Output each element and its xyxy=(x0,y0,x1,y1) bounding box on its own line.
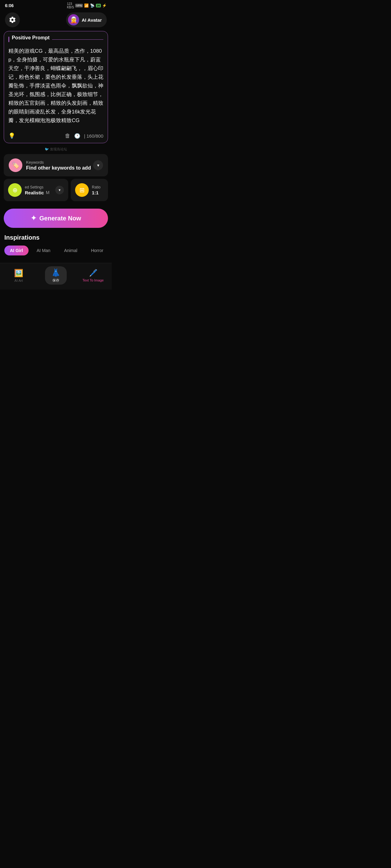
prompt-title-row: Positive Prompt xyxy=(8,35,103,44)
ai-avatar-button[interactable]: 🧝 AI Avatar xyxy=(66,12,107,27)
category-tabs: AI Girl AI Man Animal Horror God xyxy=(4,246,107,257)
ai-art-label: AI Art xyxy=(15,279,23,282)
prompt-title: Positive Prompt xyxy=(12,35,50,41)
ratio-text: Ratio 1:1 xyxy=(92,185,104,195)
clock-icon: 🕐 xyxy=(74,133,80,139)
keywords-value: Find other keywords to add xyxy=(26,165,91,171)
watermark: 🐦 发现岛论坛 xyxy=(0,147,112,152)
status-icons: 123KB/S VPN 📶 📡 26 ⚡ xyxy=(67,2,107,9)
ai-art-icon: 🖼️ xyxy=(14,269,23,277)
ratio-card[interactable]: ⊞ Ratio 1:1 xyxy=(71,179,108,201)
sparkle-icon: ✦ xyxy=(31,214,36,222)
ai-fashion-label: 保存 xyxy=(52,278,59,283)
text-to-image-label: Text To Image xyxy=(83,278,104,282)
inspirations-title: Inspirations xyxy=(4,234,107,241)
keyword-icon: 🏷️ xyxy=(9,158,22,172)
settings-row: ⊕ ed Settings Realistic M ▾ ⊞ Ratio 1:1 xyxy=(4,179,108,201)
positive-prompt-container: Positive Prompt 精美的游戏CG，最高品质，杰作，1080p，全身… xyxy=(4,31,108,143)
wifi-icon: 📡 xyxy=(90,3,95,8)
ratio-value: 1:1 xyxy=(92,190,104,195)
header: 🧝 AI Avatar xyxy=(0,10,112,31)
signal-icon: 📶 xyxy=(84,3,89,8)
text-to-image-icon: 🖊️ xyxy=(89,269,97,277)
bulb-icon[interactable]: 💡 xyxy=(8,132,15,139)
nav-ai-art[interactable]: 🖼️ AI Art xyxy=(8,269,29,282)
keywords-chevron-icon[interactable]: ▾ xyxy=(93,160,103,170)
ai-fashion-icon: 👗 xyxy=(51,268,60,277)
tab-ai-man[interactable]: AI Man xyxy=(31,246,56,255)
nav-ai-fashion[interactable]: 👗 保存 xyxy=(45,266,67,285)
tab-animal[interactable]: Animal xyxy=(58,246,83,255)
nav-text-to-image[interactable]: 🖊️ Text To Image xyxy=(82,269,104,282)
ratio-label: Ratio xyxy=(92,185,104,189)
advanced-settings-chevron-icon[interactable]: ▾ xyxy=(55,186,64,194)
battery-badge: 26 xyxy=(96,4,101,7)
advanced-settings-label: ed Settings xyxy=(25,185,52,189)
settings-circle-icon: ⊕ xyxy=(8,183,22,197)
delete-icon[interactable]: 🗑 xyxy=(65,133,71,139)
prompt-footer: 💡 🗑 🕐 | 160/800 xyxy=(8,130,103,139)
status-bar: 6:06 123KB/S VPN 📶 📡 26 ⚡ xyxy=(0,0,112,10)
generate-now-button[interactable]: ✦ Generate Now xyxy=(4,209,108,228)
keywords-left: 🏷️ Keywords Find other keywords to add xyxy=(9,158,91,172)
avatar: 🧝 xyxy=(68,14,79,25)
settings-button[interactable] xyxy=(5,12,20,27)
keywords-section[interactable]: 🏷️ Keywords Find other keywords to add ▾ xyxy=(4,154,108,176)
prompt-text-content[interactable]: 精美的游戏CG，最高品质，杰作，1080p，全身拍摄，可爱的水瓶座下凡，蔚蓝天空… xyxy=(8,47,103,125)
generate-label: Generate Now xyxy=(39,215,81,222)
advanced-settings-text: ed Settings Realistic M xyxy=(25,185,52,195)
ratio-icon: ⊞ xyxy=(75,183,89,197)
keywords-label: Keywords xyxy=(26,160,91,165)
bottom-navigation: 🖼️ AI Art 👗 保存 🖊️ Text To Image xyxy=(0,263,112,289)
generate-section: ✦ Generate Now xyxy=(4,209,108,228)
keywords-text: Keywords Find other keywords to add xyxy=(26,160,91,171)
gear-icon xyxy=(9,16,16,24)
prompt-char-counter: | 160/800 xyxy=(84,133,103,138)
advanced-settings-subvalue: M xyxy=(46,190,50,195)
prompt-actions: 🗑 🕐 | 160/800 xyxy=(65,133,103,139)
lightning-icon: ⚡ xyxy=(102,3,107,8)
advanced-settings-value: Realistic xyxy=(25,190,44,195)
avatar-label: AI Avatar xyxy=(82,18,102,23)
tab-horror[interactable]: Horror xyxy=(85,246,107,255)
kb-indicator: 123KB/S xyxy=(67,2,74,9)
vpn-badge: VPN xyxy=(75,4,83,7)
status-time: 6:06 xyxy=(5,3,13,8)
advanced-settings-card[interactable]: ⊕ ed Settings Realistic M ▾ xyxy=(4,179,68,201)
inspirations-section: Inspirations AI Girl AI Man Animal Horro… xyxy=(0,234,112,257)
tab-ai-girl[interactable]: AI Girl xyxy=(4,246,29,255)
